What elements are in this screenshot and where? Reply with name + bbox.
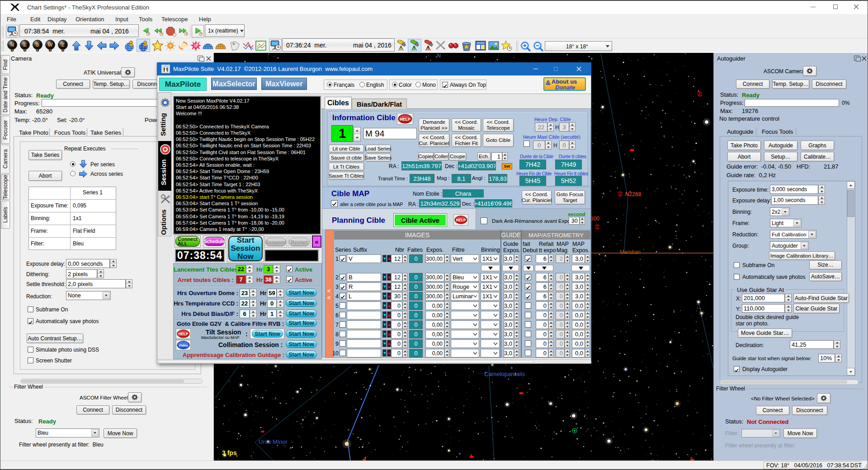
svg-text:N: N [10,42,14,47]
svg-text:Z: Z [61,42,65,47]
svg-text:E: E [23,42,26,47]
svg-text:W: W [48,42,53,47]
svg-text:S: S [36,42,39,47]
svg-text:HELP: HELP [400,117,410,122]
svg-text:Vidéo: Vidéo [179,343,188,348]
svg-text:HELP: HELP [456,218,466,222]
svg-text:HELP: HELP [179,332,189,336]
